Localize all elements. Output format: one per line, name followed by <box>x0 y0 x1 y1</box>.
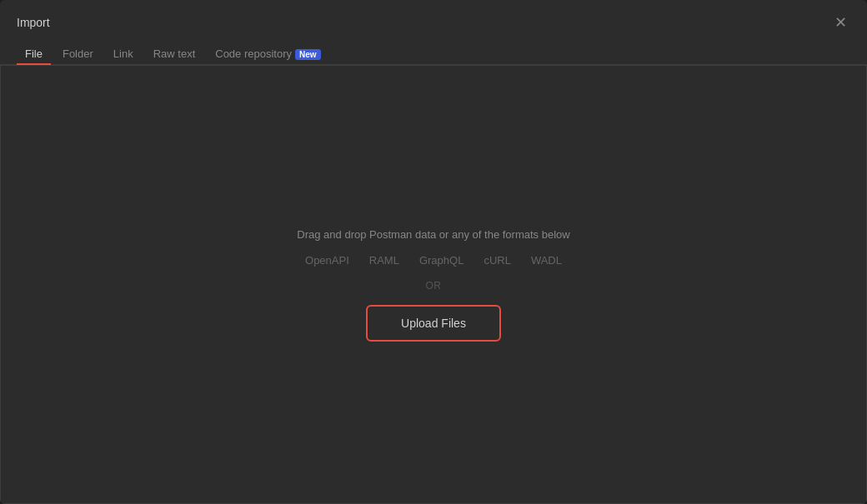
drop-zone-area: Drag and drop Postman data or any of the… <box>0 65 867 504</box>
tab-bar: FileFolderLinkRaw textCode repositoryNew <box>0 32 867 65</box>
drop-zone: Drag and drop Postman data or any of the… <box>1 66 866 503</box>
format-label-wadl: WADL <box>531 254 562 267</box>
new-badge: New <box>295 49 321 60</box>
format-label-curl: cURL <box>484 254 511 267</box>
drop-instruction: Drag and drop Postman data or any of the… <box>297 228 569 241</box>
format-label-graphql: GraphQL <box>419 254 464 267</box>
format-label-raml: RAML <box>369 254 399 267</box>
tab-file[interactable]: File <box>17 42 51 65</box>
tab-folder[interactable]: Folder <box>54 42 102 65</box>
close-button[interactable]: ✕ <box>831 13 850 32</box>
modal-title: Import <box>17 16 50 29</box>
import-modal: Import ✕ FileFolderLinkRaw textCode repo… <box>0 0 867 504</box>
upload-files-button[interactable]: Upload Files <box>366 305 501 342</box>
or-divider: OR <box>425 280 441 292</box>
formats-row: OpenAPIRAMLGraphQLcURLWADL <box>305 254 562 267</box>
tab-raw-text[interactable]: Raw text <box>145 42 204 65</box>
tab-code-repository[interactable]: Code repositoryNew <box>207 42 328 65</box>
tab-link[interactable]: Link <box>105 42 142 65</box>
format-label-openapi: OpenAPI <box>305 254 349 267</box>
modal-header: Import ✕ <box>0 0 867 32</box>
